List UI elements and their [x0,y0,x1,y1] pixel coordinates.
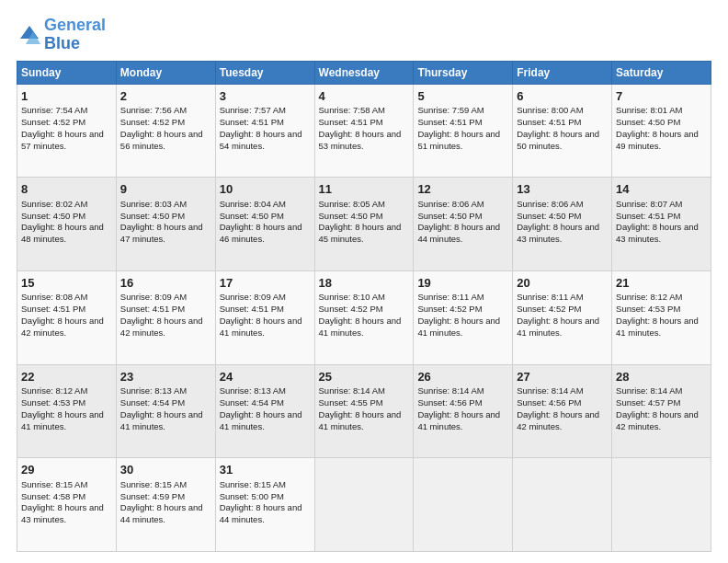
sunrise-label: Sunrise: 8:02 AM [21,199,87,209]
daylight-label: Daylight: 8 hours and 43 minutes. [21,502,104,524]
sunset-label: Sunset: 4:51 PM [517,117,581,127]
day-number: 18 [319,275,410,292]
sunrise-label: Sunrise: 7:59 AM [417,105,483,115]
week-row-2: 8Sunrise: 8:02 AMSunset: 4:50 PMDaylight… [17,178,711,271]
calendar-cell [612,458,711,552]
day-number: 2 [120,88,211,105]
calendar-cell: 30Sunrise: 8:15 AMSunset: 4:59 PMDayligh… [116,458,215,552]
sunset-label: Sunset: 4:59 PM [120,491,185,501]
daylight-label: Daylight: 8 hours and 57 minutes. [21,129,104,151]
sunset-label: Sunset: 4:54 PM [120,397,185,408]
col-header-thursday: Thursday [414,61,513,84]
calendar-cell: 26Sunrise: 8:14 AMSunset: 4:56 PMDayligh… [414,364,513,458]
sunrise-label: Sunrise: 8:13 AM [220,385,286,396]
daylight-label: Daylight: 8 hours and 41 minutes. [21,409,104,431]
sunrise-label: Sunrise: 8:11 AM [517,292,583,302]
week-row-4: 22Sunrise: 8:12 AMSunset: 4:53 PMDayligh… [17,364,711,458]
calendar-cell: 12Sunrise: 8:06 AMSunset: 4:50 PMDayligh… [414,178,513,271]
logo-icon [17,22,42,48]
week-row-1: 1Sunrise: 7:54 AMSunset: 4:52 PMDaylight… [17,84,711,178]
day-number: 6 [517,88,608,105]
sunrise-label: Sunrise: 8:11 AM [417,292,483,302]
calendar-cell: 23Sunrise: 8:13 AMSunset: 4:54 PMDayligh… [116,364,215,458]
sunset-label: Sunset: 4:53 PM [616,304,680,314]
sunrise-label: Sunrise: 8:14 AM [417,385,483,396]
sunrise-label: Sunrise: 8:15 AM [21,479,87,489]
sunrise-label: Sunrise: 7:58 AM [319,105,385,115]
sunset-label: Sunset: 4:52 PM [21,117,85,127]
daylight-label: Daylight: 8 hours and 42 minutes. [616,409,699,431]
daylight-label: Daylight: 8 hours and 42 minutes. [120,316,203,338]
daylight-label: Daylight: 8 hours and 41 minutes. [319,316,402,338]
sunset-label: Sunset: 4:51 PM [616,211,680,221]
day-number: 15 [21,275,112,292]
calendar-cell: 13Sunrise: 8:06 AMSunset: 4:50 PMDayligh… [513,178,612,271]
sunrise-label: Sunrise: 8:00 AM [517,105,583,115]
header-row: SundayMondayTuesdayWednesdayThursdayFrid… [17,61,711,84]
day-number: 10 [220,181,311,198]
sunrise-label: Sunrise: 8:12 AM [616,292,682,302]
calendar-cell: 2Sunrise: 7:56 AMSunset: 4:52 PMDaylight… [116,84,215,178]
daylight-label: Daylight: 8 hours and 45 minutes. [319,222,402,244]
day-number: 19 [417,275,508,292]
daylight-label: Daylight: 8 hours and 48 minutes. [21,222,104,244]
sunrise-label: Sunrise: 8:09 AM [120,292,187,302]
sunrise-label: Sunrise: 8:14 AM [517,385,583,396]
day-number: 30 [120,462,211,478]
week-row-3: 15Sunrise: 8:08 AMSunset: 4:51 PMDayligh… [17,270,711,364]
sunrise-label: Sunrise: 8:13 AM [120,385,187,396]
daylight-label: Daylight: 8 hours and 46 minutes. [220,222,302,244]
sunset-label: Sunset: 4:55 PM [319,397,383,408]
day-number: 4 [319,88,410,105]
sunrise-label: Sunrise: 8:01 AM [616,105,682,115]
sunset-label: Sunset: 4:56 PM [517,397,581,408]
sunrise-label: Sunrise: 8:15 AM [220,479,286,489]
calendar-cell [414,458,513,552]
daylight-label: Daylight: 8 hours and 44 minutes. [220,502,302,524]
sunset-label: Sunset: 4:51 PM [220,117,284,127]
sunrise-label: Sunrise: 8:06 AM [417,199,483,209]
col-header-monday: Monday [116,61,215,84]
col-header-saturday: Saturday [612,61,711,84]
day-number: 8 [21,181,112,198]
calendar-cell: 18Sunrise: 8:10 AMSunset: 4:52 PMDayligh… [314,270,414,364]
calendar-cell: 24Sunrise: 8:13 AMSunset: 4:54 PMDayligh… [215,364,314,458]
calendar-cell: 10Sunrise: 8:04 AMSunset: 4:50 PMDayligh… [215,178,314,271]
calendar-cell: 14Sunrise: 8:07 AMSunset: 4:51 PMDayligh… [612,178,711,271]
sunset-label: Sunset: 4:52 PM [417,304,482,314]
daylight-label: Daylight: 8 hours and 43 minutes. [616,222,699,244]
sunrise-label: Sunrise: 8:08 AM [21,292,87,302]
calendar-cell [513,458,612,552]
day-number: 31 [220,462,311,478]
calendar-cell: 1Sunrise: 7:54 AMSunset: 4:52 PMDaylight… [17,84,117,178]
day-number: 12 [417,181,508,198]
sunset-label: Sunset: 4:51 PM [21,304,85,314]
day-number: 3 [220,88,311,105]
daylight-label: Daylight: 8 hours and 41 minutes. [517,316,599,338]
sunrise-label: Sunrise: 8:12 AM [21,385,87,396]
daylight-label: Daylight: 8 hours and 42 minutes. [21,316,104,338]
calendar-cell: 4Sunrise: 7:58 AMSunset: 4:51 PMDaylight… [314,84,414,178]
sunset-label: Sunset: 5:00 PM [220,491,284,501]
calendar-cell: 31Sunrise: 8:15 AMSunset: 5:00 PMDayligh… [215,458,314,552]
sunrise-label: Sunrise: 7:56 AM [120,105,187,115]
daylight-label: Daylight: 8 hours and 43 minutes. [517,222,599,244]
day-number: 11 [319,181,410,198]
calendar-cell: 11Sunrise: 8:05 AMSunset: 4:50 PMDayligh… [314,178,414,271]
sunrise-label: Sunrise: 8:04 AM [220,199,286,209]
sunset-label: Sunset: 4:50 PM [319,211,383,221]
sunset-label: Sunset: 4:50 PM [417,211,482,221]
calendar-cell: 19Sunrise: 8:11 AMSunset: 4:52 PMDayligh… [414,270,513,364]
sunset-label: Sunset: 4:56 PM [417,397,482,408]
calendar-cell: 8Sunrise: 8:02 AMSunset: 4:50 PMDaylight… [17,178,117,271]
logo: GeneralBlue [17,17,106,53]
day-number: 14 [616,181,707,198]
day-number: 9 [120,181,211,198]
calendar-cell: 25Sunrise: 8:14 AMSunset: 4:55 PMDayligh… [314,364,414,458]
daylight-label: Daylight: 8 hours and 41 minutes. [120,409,203,431]
calendar-cell: 22Sunrise: 8:12 AMSunset: 4:53 PMDayligh… [17,364,117,458]
sunrise-label: Sunrise: 7:54 AM [21,105,87,115]
day-number: 17 [220,275,311,292]
sunset-label: Sunset: 4:51 PM [120,304,185,314]
daylight-label: Daylight: 8 hours and 49 minutes. [616,129,699,151]
